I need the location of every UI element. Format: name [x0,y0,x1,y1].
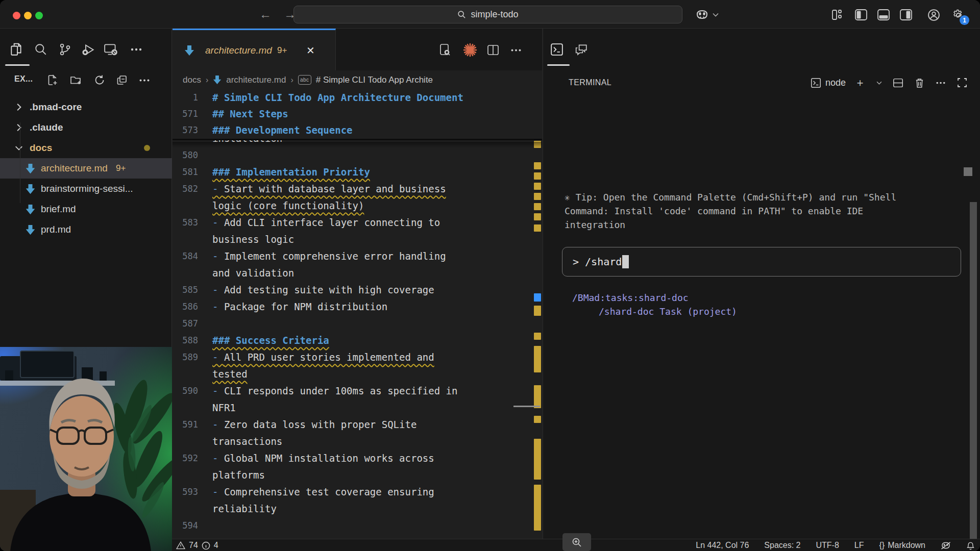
code-line[interactable]: 584- Implement comprehensive error handl… [173,248,530,265]
new-terminal-icon[interactable]: ＋ [853,76,867,90]
code-line[interactable]: 580 [173,147,530,164]
code-line[interactable]: 592- Global NPM installation works acros… [173,450,530,467]
split-editor-icon[interactable] [484,41,502,59]
command-center-search[interactable]: simple-todo [293,6,682,23]
tree-item-prd.md[interactable]: prd.md [0,219,172,240]
suggestion-item[interactable]: /BMad:tasks:shard-doc [572,291,689,305]
explorer-icon[interactable] [7,40,26,59]
zoom-button[interactable] [562,533,591,551]
toggle-panel-icon[interactable] [876,7,891,22]
breadcrumb-docs[interactable]: docs [183,75,201,85]
code-line[interactable]: 591- Zero data loss with proper SQLite [173,416,530,433]
tree-item-brainstorming-sessi...[interactable]: brainstorming-sessi... [0,179,172,199]
explorer-more-icon[interactable] [137,72,152,88]
tree-item-architecture.md[interactable]: architecture.md9+ [0,158,172,179]
search-icon [457,10,466,19]
tab-close-icon[interactable]: ✕ [303,43,317,58]
toggle-primary-sidebar-icon[interactable] [853,7,869,22]
account-icon[interactable] [926,7,941,22]
terminal-body[interactable]: ✳ Tip: Open the Command Palette (Cmd+Shi… [543,97,980,539]
chat-tab-icon[interactable] [572,40,591,59]
close-window-button[interactable] [13,12,20,19]
minimize-window-button[interactable] [24,12,32,19]
tab-dirty-badge: 9+ [277,45,287,56]
code-line[interactable]: 582- Start with database layer and busin… [173,181,530,197]
encoding-status[interactable]: UTF-8 [816,541,839,550]
minimap-drag-handle[interactable] [513,406,540,407]
code-line[interactable]: 581### Implementation Priority [173,164,530,181]
line-content: business logic [212,231,294,248]
customize-layout-icon[interactable] [829,7,845,22]
tree-item-label: brainstorming-sessi... [41,183,133,194]
terminal-tip-line: Command: Install 'code' command in PATH"… [565,204,958,218]
claude-code-icon[interactable] [461,41,479,59]
code-line[interactable]: platforms [173,467,530,484]
chevron-down-icon[interactable] [710,7,721,22]
code-line[interactable]: 590- CLI responds under 100ms as specifi… [173,383,530,399]
code-line[interactable]: 589- All PRD user stories implemented an… [173,349,530,366]
editor-more-icon[interactable] [507,41,525,59]
settings-gear-icon[interactable]: 1 [950,7,966,22]
tab-architecture-md[interactable]: architecture.md 9+ ✕ [173,29,336,70]
zoom-in-icon [572,537,582,547]
markdown-file-icon [23,163,37,174]
editor-pane[interactable]: installation580581### Implementation Pri… [173,89,542,539]
tree-item-docs[interactable]: docs [0,138,172,158]
code-line[interactable]: NFR1 [173,399,530,416]
indentation-status[interactable]: Spaces: 2 [764,541,800,550]
breadcrumb-file[interactable]: architecture.md [226,75,286,85]
new-folder-icon[interactable] [68,72,84,88]
open-preview-icon[interactable] [436,41,454,59]
kill-terminal-icon[interactable] [912,76,926,90]
copilot-icon[interactable] [694,7,709,22]
language-status[interactable]: {} Markdown [879,541,926,550]
copilot-disabled-icon[interactable] [941,541,951,550]
code-line[interactable]: 587 [173,315,530,332]
code-line[interactable]: 594 [173,517,530,534]
toggle-secondary-sidebar-icon[interactable] [898,7,914,22]
breadcrumb-symbol[interactable]: # Simple CLI Todo App Archite [316,75,433,85]
code-line[interactable]: logic (core functionality) [173,197,530,214]
terminal-more-icon[interactable] [934,76,948,90]
code-line[interactable]: 585- Add testing suite with high coverag… [173,282,530,298]
sticky-line[interactable]: 573### Development Sequence [173,122,530,138]
refresh-icon[interactable] [92,72,107,88]
cursor-position-status[interactable]: Ln 442, Col 76 [696,541,749,550]
run-debug-icon[interactable] [78,40,97,59]
search-view-icon[interactable] [31,40,51,59]
notifications-bell-icon[interactable] [966,541,975,550]
sticky-line[interactable]: 1# Simple CLI Todo App Architecture Docu… [173,89,530,106]
eol-status[interactable]: LF [854,541,864,550]
terminal-dropdown-icon[interactable] [874,76,884,90]
terminal-prompt-input[interactable]: > /shard [562,247,961,277]
maximize-window-button[interactable] [35,12,43,19]
activity-active-indicator [5,64,30,66]
code-line[interactable]: 583- Add CLI interface layer connecting … [173,214,530,231]
remote-explorer-icon[interactable] [101,40,120,59]
tree-item-brief.md[interactable]: brief.md [0,199,172,219]
code-line[interactable]: and validation [173,265,530,282]
tree-item-.bmad-core[interactable]: .bmad-core [0,97,172,117]
terminal-scrollbar[interactable] [970,202,977,551]
code-line[interactable]: business logic [173,231,530,248]
code-line[interactable]: 593- Comprehensive test coverage ensurin… [173,484,530,500]
sticky-line[interactable]: 571## Next Steps [173,106,530,122]
back-icon[interactable]: ← [258,7,273,22]
code-line[interactable]: 588### Success Criteria [173,332,530,349]
code-line[interactable]: 586- Package for NPM distribution [173,298,530,315]
source-control-icon[interactable] [55,40,75,59]
new-file-icon[interactable] [45,72,60,88]
collapse-folders-icon[interactable] [114,72,130,88]
activity-more-icon[interactable] [127,40,146,59]
split-terminal-icon[interactable] [891,76,905,90]
terminal-tab-icon[interactable] [547,40,567,59]
suggestion-item[interactable]: /shard-doc Task (project) [599,305,737,318]
problems-status[interactable]: 74 4 [176,539,218,551]
code-line[interactable]: tested [173,366,530,383]
code-line[interactable]: reliability [173,500,530,517]
code-line[interactable]: transactions [173,433,530,450]
active-terminal[interactable]: node [811,78,846,88]
maximize-panel-icon[interactable] [955,76,969,90]
tree-item-.claude[interactable]: .claude [0,117,172,138]
overview-ruler[interactable] [533,89,542,539]
